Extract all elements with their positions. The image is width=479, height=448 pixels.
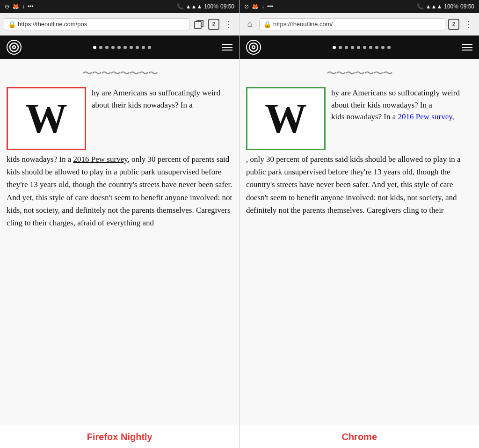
right-dot-1 bbox=[333, 46, 336, 49]
right-browser-bar: ⌂ 🔒 https://theoutline.com/ 2 ⋮ bbox=[240, 13, 479, 36]
right-dot-8 bbox=[375, 46, 378, 49]
right-panel: ⊙ 🦊 ↓ ••• 📞 ▲▲▲ 100% 09:50 ⌂ 🔒 https://t… bbox=[240, 0, 479, 426]
right-wifi-bars: ▲▲▲ bbox=[426, 3, 443, 10]
left-article-content: 〜〜〜〜〜〜〜〜 W hy are Americans so suffocati… bbox=[0, 59, 239, 426]
right-android-icon: ⊙ bbox=[244, 3, 249, 10]
time-left: 09:50 bbox=[220, 3, 234, 10]
left-dot-1 bbox=[93, 46, 96, 49]
svg-point-2 bbox=[13, 46, 15, 49]
left-status-bar: ⊙ 🦊 ↓ ••• 📞 ▲▲▲ 100% 09:50 bbox=[0, 0, 239, 13]
left-lock-icon: 🔒 bbox=[8, 21, 16, 28]
right-body-text: , only 30 percent of parents said kids s… bbox=[246, 155, 460, 215]
left-status-right: 📞 ▲▲▲ 100% 09:50 bbox=[177, 3, 234, 10]
right-drop-cap-letter: W bbox=[265, 94, 307, 143]
download-icon: ↓ bbox=[22, 3, 25, 10]
left-site-nav bbox=[0, 36, 239, 59]
right-more-icon: ••• bbox=[267, 3, 273, 10]
svg-point-1 bbox=[10, 43, 18, 51]
left-dot-8 bbox=[136, 46, 139, 49]
left-drop-cap-letter: W bbox=[25, 94, 67, 143]
left-dot-5 bbox=[117, 46, 121, 49]
battery-text: 100% bbox=[204, 3, 218, 10]
left-squiggle: 〜〜〜〜〜〜〜〜 bbox=[7, 66, 232, 80]
left-drop-cap-box: W bbox=[7, 87, 86, 150]
right-nav-dots bbox=[333, 46, 391, 49]
left-dot-4 bbox=[111, 46, 115, 49]
right-hamburger-menu[interactable] bbox=[462, 44, 472, 51]
left-text-start: hy are Americans so suffocatingly weird … bbox=[92, 88, 220, 109]
android-icon: ⊙ bbox=[5, 3, 9, 10]
left-hamburger-menu[interactable] bbox=[222, 44, 232, 51]
right-article-body: , only 30 percent of parents said kids s… bbox=[246, 153, 472, 217]
right-inline-text: hy are Americans so suffocatingly weird … bbox=[331, 87, 472, 150]
left-drop-cap-row: W hy are Americans so suffocatingly weir… bbox=[7, 87, 232, 150]
wifi-bars: ▲▲▲ bbox=[186, 3, 203, 10]
right-dot-2 bbox=[339, 46, 342, 49]
right-phone-icon: 📞 bbox=[417, 3, 424, 10]
left-tab-count[interactable]: 2 bbox=[208, 19, 219, 30]
firefox-icon: 🦊 bbox=[12, 3, 19, 10]
right-url-bar[interactable]: 🔒 https://theoutline.com/ bbox=[259, 18, 445, 30]
right-time: 09:50 bbox=[460, 3, 474, 10]
svg-point-3 bbox=[249, 43, 258, 51]
right-url-text: https://theoutline.com/ bbox=[273, 21, 333, 28]
left-dot-6 bbox=[123, 46, 127, 49]
bottom-labels: Firefox Nightly Chrome bbox=[0, 426, 479, 448]
svg-point-4 bbox=[252, 46, 255, 49]
left-menu-icon[interactable]: ⋮ bbox=[222, 18, 235, 31]
left-dot-10 bbox=[148, 46, 151, 49]
left-tab-icon[interactable] bbox=[192, 18, 205, 31]
right-article-content: 〜〜〜〜〜〜〜 W hy are Americans so suffocatin… bbox=[240, 59, 479, 426]
left-dot-9 bbox=[142, 46, 145, 49]
phone-icon: 📞 bbox=[177, 3, 184, 10]
right-dot-6 bbox=[363, 46, 366, 49]
right-squiggle: 〜〜〜〜〜〜〜 bbox=[246, 66, 472, 80]
left-site-logo[interactable] bbox=[7, 40, 22, 55]
left-inline-text: hy are Americans so suffocatingly weird … bbox=[92, 87, 232, 150]
right-site-nav bbox=[240, 36, 479, 59]
svg-rect-0 bbox=[195, 22, 201, 29]
right-dot-9 bbox=[381, 46, 385, 49]
left-dot-2 bbox=[99, 46, 102, 49]
right-dot-7 bbox=[369, 46, 372, 49]
right-pew-link[interactable]: 2016 Pew survey bbox=[398, 112, 452, 121]
left-body-text: , only 30 percent of parents said kids s… bbox=[7, 155, 232, 227]
right-text-start: hy are Americans so suffocatingly weird … bbox=[331, 88, 460, 109]
right-menu-icon[interactable]: ⋮ bbox=[462, 18, 475, 31]
right-status-bar: ⊙ 🦊 ↓ ••• 📞 ▲▲▲ 100% 09:50 bbox=[240, 0, 479, 13]
right-status-right: 📞 ▲▲▲ 100% 09:50 bbox=[417, 3, 474, 10]
right-lock-icon: 🔒 bbox=[263, 21, 271, 28]
right-back-button[interactable]: ⌂ bbox=[243, 18, 256, 31]
left-pew-link[interactable]: 2016 Pew survey bbox=[73, 155, 128, 164]
left-dot-7 bbox=[130, 46, 133, 49]
right-status-icons: ⊙ 🦊 ↓ ••• bbox=[244, 3, 273, 10]
left-url-text: https://theoutline.com/pos bbox=[18, 21, 87, 28]
right-site-logo[interactable] bbox=[246, 40, 261, 55]
right-download-icon: ↓ bbox=[261, 3, 264, 10]
right-dot-10 bbox=[387, 46, 391, 49]
left-browser-bar: 🔒 https://theoutline.com/pos 2 ⋮ bbox=[0, 13, 239, 36]
firefox-label: Firefox Nightly bbox=[0, 426, 240, 448]
right-drop-cap-box: W bbox=[246, 87, 326, 150]
right-firefox-icon: 🦊 bbox=[252, 3, 259, 10]
left-panel: ⊙ 🦊 ↓ ••• 📞 ▲▲▲ 100% 09:50 🔒 https://the… bbox=[0, 0, 240, 426]
left-status-icons: ⊙ 🦊 ↓ ••• bbox=[5, 3, 34, 10]
right-dot-3 bbox=[345, 46, 348, 49]
right-dot-5 bbox=[357, 46, 360, 49]
left-dot-3 bbox=[105, 46, 109, 49]
left-article-body: kids nowadays? In a 2016 Pew survey, onl… bbox=[7, 153, 232, 229]
right-drop-cap-row: W hy are Americans so suffocatingly weir… bbox=[246, 87, 472, 150]
right-battery-text: 100% bbox=[444, 3, 458, 10]
left-nav-dots bbox=[93, 46, 151, 49]
more-icon: ••• bbox=[28, 3, 34, 10]
right-dot-4 bbox=[351, 46, 354, 49]
chrome-label: Chrome bbox=[240, 426, 479, 448]
left-url-bar[interactable]: 🔒 https://theoutline.com/pos bbox=[4, 18, 189, 30]
right-tab-count[interactable]: 2 bbox=[448, 19, 459, 30]
